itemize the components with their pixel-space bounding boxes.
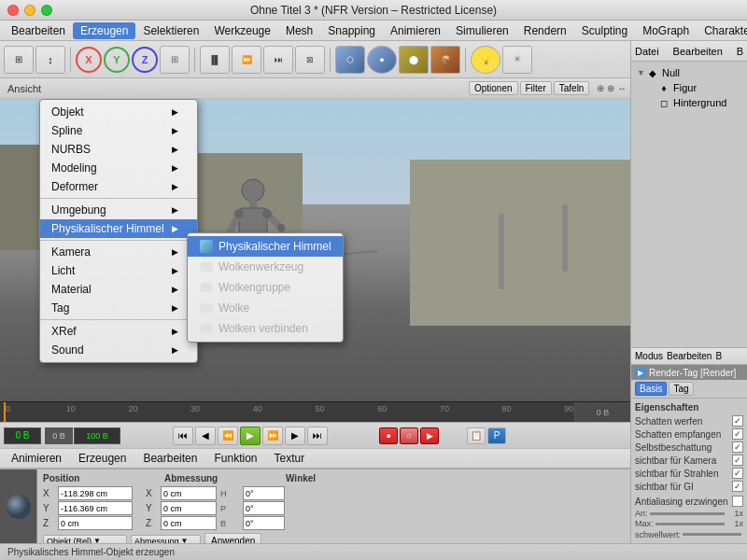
menu-rendern[interactable]: Rendern: [516, 22, 574, 39]
move-tool-button[interactable]: ↕: [35, 46, 65, 74]
menu-bearbeiten[interactable]: Bearbeiten: [4, 22, 73, 39]
z-axis-button[interactable]: Z: [132, 47, 158, 73]
z-dim-input[interactable]: [161, 516, 217, 530]
move-button[interactable]: ⊞: [160, 46, 190, 74]
close-button[interactable]: [7, 5, 19, 16]
menu-item-spline[interactable]: Spline ▶: [40, 121, 197, 140]
menu-charakter[interactable]: Charakter: [697, 22, 747, 39]
menu-item-xref[interactable]: XRef ▶: [40, 322, 197, 341]
schwellwert-slider[interactable]: [683, 533, 741, 536]
keyframe-button[interactable]: ▐▌: [200, 46, 230, 74]
menu-werkzeuge[interactable]: Werkzeuge: [206, 22, 277, 39]
y-axis-button[interactable]: Y: [104, 47, 130, 73]
status-icon-1[interactable]: 📋: [467, 427, 486, 444]
menu-mograph[interactable]: MoGraph: [635, 22, 697, 39]
funktion-menu-item[interactable]: Funktion: [206, 450, 264, 467]
goto-end-button[interactable]: ⏭: [307, 427, 328, 445]
tree-item-null[interactable]: ▼ ◆ Null: [635, 65, 743, 80]
submenu-item-phys-himmel[interactable]: Physikalischer Himmel: [188, 236, 343, 257]
check-sichtbar-strahlen[interactable]: [732, 468, 743, 479]
menu-item-tag[interactable]: Tag ▶: [40, 299, 197, 317]
optionen-button[interactable]: Optionen: [469, 81, 518, 95]
tab-tag[interactable]: Tag: [669, 382, 693, 396]
menu-snapping[interactable]: Snapping: [320, 22, 383, 39]
props-header-b[interactable]: B: [715, 351, 722, 361]
prev-keyframe-button[interactable]: ⏪: [218, 427, 238, 445]
x-dim-input[interactable]: [161, 486, 217, 500]
check-schatten-empfangen[interactable]: [732, 428, 743, 440]
menu-item-modeling[interactable]: Modeling ▶: [40, 159, 197, 177]
bearbeiten-label[interactable]: Bearbeiten: [667, 351, 712, 361]
aa-slider-1[interactable]: [650, 512, 725, 515]
light-tool-1[interactable]: 💡: [471, 46, 500, 74]
check-sichtbar-kamera[interactable]: [732, 455, 743, 466]
y-dim-input[interactable]: [161, 501, 217, 515]
menu-mesh[interactable]: Mesh: [278, 22, 320, 39]
timeline-button[interactable]: ⏩: [232, 46, 261, 74]
object-tool-4[interactable]: 📦: [430, 46, 460, 74]
next-frame-button[interactable]: ▶: [285, 427, 305, 445]
modus-label[interactable]: Modus: [635, 351, 663, 361]
view-button[interactable]: ⊞: [4, 46, 34, 74]
min-frame-field[interactable]: 0 B: [45, 427, 73, 444]
prev-frame-button[interactable]: ◀: [195, 427, 216, 445]
scene-header-datei[interactable]: Datei: [635, 46, 659, 57]
menu-sculpting[interactable]: Sculpting: [574, 22, 635, 39]
x-pos-input[interactable]: [58, 486, 133, 500]
menu-erzeugen[interactable]: Erzeugen: [73, 22, 135, 39]
abmessung-select[interactable]: Abmessung ▼: [131, 535, 201, 544]
check-sichtbar-gi[interactable]: [732, 481, 743, 492]
viewport-area[interactable]: Objekt ▶ Spline ▶ NURBS ▶ Modeling: [0, 99, 630, 401]
menu-item-licht[interactable]: Licht ▶: [40, 261, 197, 280]
render-icon-3[interactable]: ▶: [420, 427, 439, 444]
menu-item-physikalischer-himmel[interactable]: Physikalischer Himmel ▶: [40, 219, 197, 238]
z-pos-input[interactable]: [58, 516, 133, 530]
check-selbstbeschattung[interactable]: [732, 441, 743, 453]
tafeln-button[interactable]: Tafeln: [554, 81, 590, 95]
menu-animieren[interactable]: Animieren: [383, 22, 448, 39]
erzeugen-menu-item-2[interactable]: Erzeugen: [71, 450, 134, 467]
textur-menu-item[interactable]: Textur: [266, 450, 312, 467]
menu-item-deformer[interactable]: Deformer ▶: [40, 177, 197, 196]
check-schatten-werfen[interactable]: [732, 415, 743, 427]
menu-item-objekt[interactable]: Objekt ▶: [40, 103, 197, 121]
aa-slider-2[interactable]: [655, 523, 725, 525]
apply-button[interactable]: Anwenden: [204, 533, 261, 543]
object-tool-3[interactable]: ⬤: [399, 46, 429, 74]
tree-item-hintergrund[interactable]: ◻ Hintergrund: [635, 95, 743, 110]
check-antialiasing[interactable]: [732, 496, 743, 507]
anim-button-3[interactable]: ⏭: [263, 46, 293, 74]
next-keyframe-button[interactable]: ⏩: [262, 427, 283, 445]
tree-item-figur[interactable]: ♦ Figur: [635, 80, 743, 95]
animieren-menu-item[interactable]: Animieren: [4, 450, 69, 467]
goto-start-button[interactable]: ⏮: [173, 427, 193, 445]
x-axis-button[interactable]: X: [76, 47, 102, 73]
max-frame-field[interactable]: 100 B: [74, 427, 120, 444]
object-tool-2[interactable]: ●: [367, 46, 397, 74]
y-pos-input[interactable]: [58, 501, 133, 515]
render-icon-2[interactable]: ○: [400, 427, 418, 444]
menu-item-sound[interactable]: Sound ▶: [40, 341, 197, 359]
menu-item-umgebung[interactable]: Umgebung ▶: [40, 201, 197, 219]
scene-header-b[interactable]: B: [737, 46, 743, 57]
object-tool-1[interactable]: ⬡: [335, 46, 365, 74]
render-icon-1[interactable]: ●: [379, 427, 398, 444]
light-tool-2[interactable]: ☀: [502, 46, 532, 74]
menu-selektieren[interactable]: Selektieren: [135, 22, 206, 39]
x-angle-input[interactable]: [243, 486, 285, 500]
z-angle-input[interactable]: [243, 516, 285, 530]
scene-header-bearbeiten[interactable]: Bearbeiten: [673, 46, 723, 57]
maximize-button[interactable]: [41, 5, 52, 16]
minimize-button[interactable]: [24, 5, 35, 16]
filter-button[interactable]: Filter: [520, 81, 552, 95]
timeline-container[interactable]: 0 10 20 30 40 50 60 70 80 90 100: [0, 401, 630, 422]
tab-basis[interactable]: Basis: [635, 382, 667, 396]
menu-simulieren[interactable]: Simulieren: [448, 22, 516, 39]
status-icon-2[interactable]: P: [487, 427, 506, 444]
coord-system-select[interactable]: Objekt (Rel) ▼: [43, 535, 127, 544]
anim-button-4[interactable]: ⊠: [295, 46, 325, 74]
y-angle-input[interactable]: [243, 501, 285, 515]
frame-display-left[interactable]: 0 B: [4, 427, 41, 444]
menu-item-kamera[interactable]: Kamera ▶: [40, 243, 197, 261]
menu-item-material[interactable]: Material ▶: [40, 280, 197, 299]
